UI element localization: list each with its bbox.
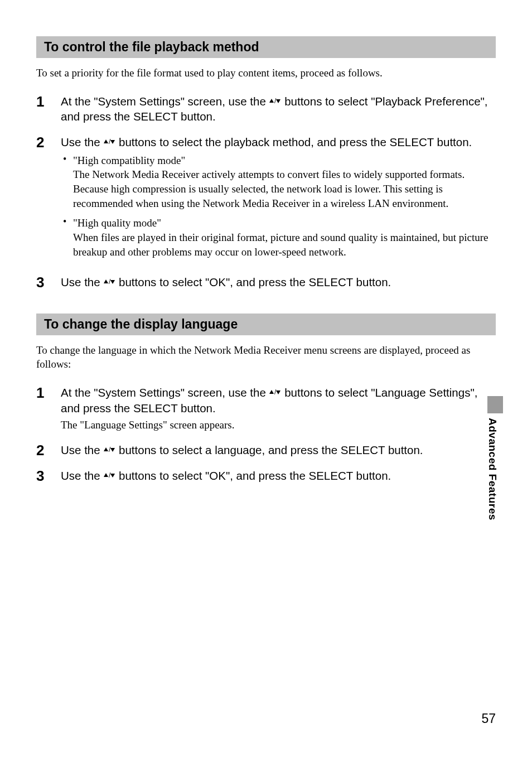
section-header-playback: To control the file playback method	[36, 36, 496, 58]
section2-step-1: 1 At the "System Settings" screen, use t…	[36, 385, 496, 432]
step-text-a: At the "System Settings" screen, use the	[61, 95, 269, 108]
svg-text:/: /	[109, 472, 111, 479]
step-number: 1	[36, 385, 61, 432]
section2-step-3: 3 Use the / buttons to select "OK", and …	[36, 468, 496, 484]
bullet-title: "High compatiblity mode"	[73, 153, 496, 168]
bullet-item-high-quality: "High quality mode" When files are playe…	[73, 216, 496, 259]
step-sub-text: The "Language Settings" screen appears.	[61, 418, 496, 432]
bullet-desc: The Network Media Receiver actively atte…	[73, 167, 496, 210]
svg-marker-6	[104, 279, 108, 283]
svg-marker-5	[110, 140, 115, 144]
svg-text:/: /	[274, 98, 277, 104]
section-header-language: To change the display language	[36, 314, 496, 335]
bullet-list: "High compatiblity mode" The Network Med…	[61, 153, 496, 259]
svg-marker-2	[276, 99, 280, 103]
step-text-a: At the "System Settings" screen, use the	[61, 386, 269, 399]
svg-marker-15	[104, 473, 108, 477]
up-down-arrow-icon: /	[269, 97, 281, 107]
section1-step-1: 1 At the "System Settings" screen, use t…	[36, 94, 496, 124]
step-main-text: Use the / buttons to select "OK", and pr…	[61, 274, 496, 290]
step-number: 2	[36, 134, 61, 264]
up-down-arrow-icon: /	[103, 277, 115, 288]
svg-marker-17	[110, 474, 115, 478]
page-number: 57	[481, 711, 496, 726]
step-main-text: Use the / buttons to select a language, …	[61, 442, 496, 458]
step-number: 3	[36, 468, 61, 484]
step-body: Use the / buttons to select a language, …	[61, 442, 496, 458]
section1-step-2: 2 Use the / buttons to select the playba…	[36, 134, 496, 264]
up-down-arrow-icon: /	[103, 471, 115, 481]
step-body: Use the / buttons to select "OK", and pr…	[61, 468, 496, 484]
svg-text:/: /	[274, 389, 277, 396]
bullet-item-high-compat: "High compatiblity mode" The Network Med…	[73, 153, 496, 211]
step-text-a: Use the	[61, 136, 103, 148]
step-text-a: Use the	[61, 443, 103, 456]
section1-intro: To set a priority for the file format us…	[36, 66, 496, 80]
svg-text:/: /	[109, 446, 111, 453]
step-number: 3	[36, 274, 61, 290]
svg-marker-0	[269, 99, 274, 103]
step-text-a: Use the	[61, 469, 103, 482]
step-main-text: At the "System Settings" screen, use the…	[61, 385, 496, 416]
section1-step-3: 3 Use the / buttons to select "OK", and …	[36, 274, 496, 290]
svg-marker-11	[276, 390, 280, 394]
bullet-title: "High quality mode"	[73, 216, 496, 230]
bullet-desc: When files are played in their original …	[73, 230, 496, 259]
step-body: Use the / buttons to select "OK", and pr…	[61, 274, 496, 290]
step-text-b: buttons to select the playback method, a…	[115, 136, 472, 148]
step-main-text: At the "System Settings" screen, use the…	[61, 94, 496, 124]
side-tab-label: Advanced Features	[486, 418, 499, 520]
svg-marker-9	[269, 390, 274, 394]
step-body: At the "System Settings" screen, use the…	[61, 94, 496, 124]
step-body: Use the / buttons to select the playback…	[61, 134, 496, 264]
step-main-text: Use the / buttons to select the playback…	[61, 134, 496, 150]
step-main-text: Use the / buttons to select "OK", and pr…	[61, 468, 496, 484]
up-down-arrow-icon: /	[269, 388, 281, 398]
section2-step-2: 2 Use the / buttons to select a language…	[36, 442, 496, 458]
step-number: 1	[36, 94, 61, 124]
step-text-b: buttons to select "OK", and press the SE…	[115, 469, 391, 482]
step-text-b: buttons to select "OK", and press the SE…	[115, 276, 391, 288]
svg-marker-3	[104, 139, 108, 143]
svg-text:/: /	[109, 138, 111, 145]
svg-marker-12	[104, 447, 108, 451]
section2-intro: To change the language in which the Netw…	[36, 343, 496, 372]
up-down-arrow-icon: /	[103, 137, 115, 148]
step-body: At the "System Settings" screen, use the…	[61, 385, 496, 432]
step-number: 2	[36, 442, 61, 458]
side-tab: Advanced Features	[486, 396, 504, 520]
step-text-b: buttons to select a language, and press …	[115, 443, 423, 456]
svg-text:/: /	[109, 278, 111, 285]
step-text-a: Use the	[61, 276, 103, 288]
svg-marker-14	[110, 448, 115, 452]
svg-marker-8	[110, 280, 115, 284]
side-tab-marker	[487, 396, 503, 413]
page-content: To control the file playback method To s…	[0, 0, 532, 483]
up-down-arrow-icon: /	[103, 445, 115, 456]
